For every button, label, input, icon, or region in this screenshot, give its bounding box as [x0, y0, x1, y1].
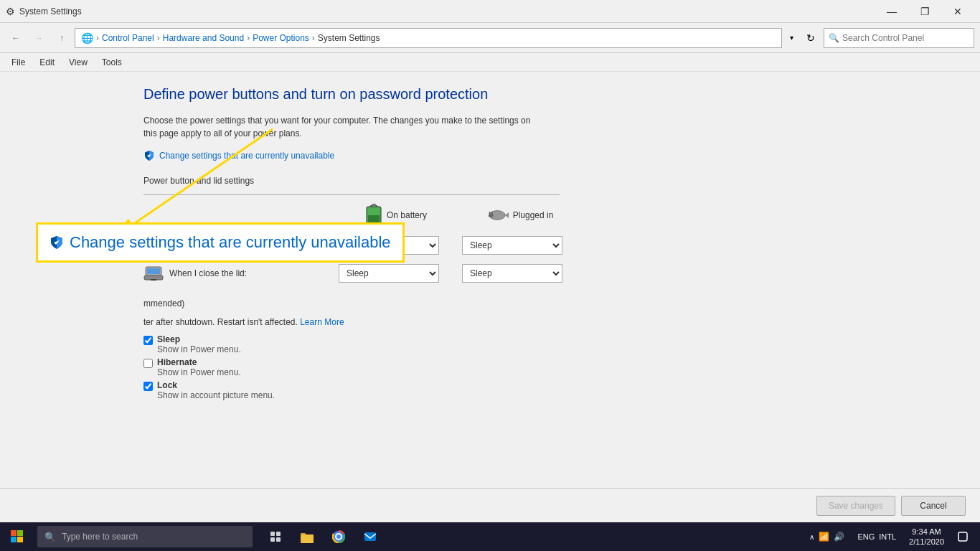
speaker-icon: 🔊 [834, 532, 844, 542]
save-changes-button[interactable]: Save changes [816, 496, 895, 516]
cancel-button[interactable]: Cancel [901, 496, 966, 516]
menu-bar: File Edit View Tools [0, 53, 980, 72]
hibernate-checkbox-item: Hibernate Show in Power menu. [143, 357, 560, 377]
svg-rect-29 [364, 532, 376, 541]
menu-tools[interactable]: Tools [96, 56, 128, 69]
svg-rect-20 [17, 537, 23, 542]
annotation-text[interactable]: Change settings that are currently unava… [70, 233, 391, 252]
power-button-plugged-select[interactable]: Sleep Do nothing Hibernate Shut down Tur… [462, 236, 562, 255]
close-button[interactable]: ✕ [941, 0, 974, 23]
taskbar-search-icon: 🔍 [44, 532, 56, 542]
back-button[interactable]: ← [6, 28, 26, 48]
lang-locale: ENG INTL [852, 532, 902, 541]
breadcrumb-dropdown[interactable]: ▾ [785, 28, 798, 48]
sleep-label: Sleep [157, 334, 241, 344]
menu-edit[interactable]: Edit [34, 56, 60, 69]
up-button[interactable]: ↑ [52, 28, 72, 48]
shutdown-note-text: ter after shutdown. Restart isn't affect… [143, 317, 300, 327]
breadcrumb-power-options[interactable]: Power Options [253, 33, 309, 43]
system-tray: ∧ 📶 🔊 [804, 532, 850, 542]
section-divider [143, 194, 560, 195]
plug-icon [486, 207, 509, 223]
shield-icon-annotation [50, 235, 64, 250]
lid-plugged-select[interactable]: Sleep Do nothing Hibernate Shut down Tur… [462, 264, 562, 283]
lid-row-label: When I close the lid: [143, 265, 330, 282]
notification-icon [958, 532, 968, 542]
title-bar-left: ⚙ System Settings [6, 6, 82, 17]
lid-icon [143, 265, 164, 282]
menu-file[interactable]: File [6, 56, 31, 69]
shutdown-note: ter after shutdown. Restart isn't affect… [143, 316, 560, 329]
svg-rect-7 [372, 204, 376, 207]
svg-rect-30 [958, 532, 967, 541]
breadcrumb-hardware-sound[interactable]: Hardware and Sound [163, 33, 244, 43]
lang-label: ENG [857, 532, 875, 541]
learn-more-link[interactable]: Learn More [300, 317, 344, 327]
svg-rect-22 [276, 532, 281, 536]
svg-rect-21 [270, 532, 275, 536]
start-button[interactable] [0, 522, 34, 551]
taskbar-right: ∧ 📶 🔊 ENG INTL 9:34 AM 2/11/2020 [804, 522, 980, 551]
change-settings-link[interactable]: Change settings that are currently unava… [143, 150, 951, 161]
lock-label: Lock [157, 380, 275, 390]
change-settings-text: Change settings that are currently unava… [159, 151, 334, 161]
title-bar: ⚙ System Settings — ❐ ✕ [0, 0, 980, 23]
lock-sublabel: Show in account picture menu. [157, 390, 275, 400]
taskbar-search-input[interactable] [62, 532, 245, 542]
sleep-checkbox-item: Sleep Show in Power menu. [143, 334, 560, 354]
home-icon[interactable]: 🌐 [81, 32, 93, 44]
sleep-checkbox[interactable] [143, 336, 153, 345]
task-view-button[interactable] [261, 522, 290, 551]
taskbar-clock[interactable]: 9:34 AM 2/11/2020 [903, 527, 950, 547]
bottom-bar: Save changes Cancel [0, 488, 980, 522]
clock-time: 9:34 AM [909, 527, 944, 537]
sleep-sublabel: Show in Power menu. [157, 344, 241, 354]
window-icon: ⚙ [6, 6, 15, 17]
svg-rect-25 [301, 534, 314, 543]
lid-row-text: When I close the lid: [169, 268, 247, 278]
taskbar-app-icons [261, 522, 385, 551]
window-title: System Settings [19, 6, 82, 17]
breadcrumb: 🌐 › Control Panel › Hardware and Sound ›… [75, 28, 782, 48]
svg-rect-17 [11, 530, 17, 536]
lock-checkbox[interactable] [143, 382, 153, 391]
svg-marker-9 [505, 212, 509, 218]
breadcrumb-control-panel[interactable]: Control Panel [102, 33, 154, 43]
mail-button[interactable] [356, 522, 385, 551]
address-bar: ← → ↑ 🌐 › Control Panel › Hardware and S… [0, 23, 980, 53]
hibernate-checkbox[interactable] [143, 359, 153, 368]
refresh-button[interactable]: ↻ [801, 28, 821, 48]
plugged-in-header: Plugged in [462, 207, 577, 223]
section-label: Power button and lid settings [143, 176, 951, 186]
svg-rect-15 [147, 268, 160, 274]
hibernate-label: Hibernate [157, 357, 241, 367]
breadcrumb-current: System Settings [318, 33, 380, 43]
search-box[interactable]: 🔍 [824, 28, 974, 48]
svg-rect-24 [276, 537, 281, 542]
svg-rect-19 [11, 537, 17, 542]
shutdown-text-partial: mmended) [143, 298, 184, 309]
lid-battery-select[interactable]: Sleep Do nothing Hibernate Shut down Tur… [339, 264, 439, 283]
network-icon: 📶 [819, 532, 829, 542]
main-content: Change settings that are currently unava… [0, 72, 980, 488]
forward-button[interactable]: → [29, 28, 49, 48]
shutdown-section: mmended) ter after shutdown. Restart isn… [143, 297, 560, 400]
minimize-button[interactable]: — [875, 0, 908, 23]
menu-view[interactable]: View [63, 56, 93, 69]
taskbar: 🔍 [0, 522, 980, 551]
svg-rect-6 [368, 215, 380, 222]
chrome-button[interactable] [324, 522, 353, 551]
shutdown-description: mmended) [143, 297, 560, 310]
search-input[interactable] [842, 33, 969, 43]
windows-icon [11, 530, 24, 543]
chevron-icon[interactable]: ∧ [809, 533, 814, 541]
svg-rect-10 [489, 214, 493, 217]
search-icon: 🔍 [829, 33, 839, 43]
restore-button[interactable]: ❐ [908, 0, 941, 23]
taskbar-search[interactable]: 🔍 [37, 526, 253, 547]
page-title: Define power buttons and turn on passwor… [143, 86, 951, 103]
shield-icon-link [143, 150, 155, 161]
page-description: Choose the power settings that you want … [143, 114, 545, 140]
file-explorer-button[interactable] [293, 522, 321, 551]
notification-button[interactable] [951, 522, 974, 551]
